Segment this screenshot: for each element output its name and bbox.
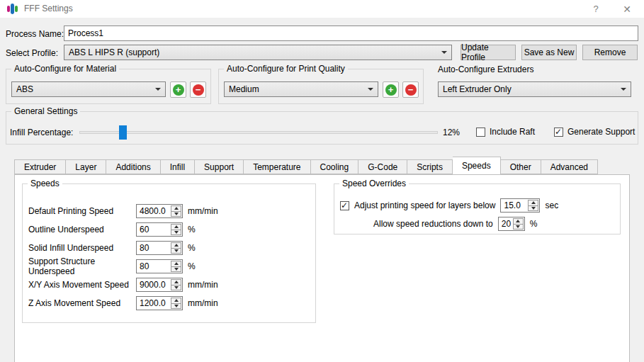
tab-speeds[interactable]: Speeds xyxy=(453,157,501,174)
allow-reductions-value[interactable]: 20 xyxy=(499,217,512,230)
outline-underspeed-row: Outline Underspeed 60 % xyxy=(23,222,315,237)
spin-down-icon[interactable] xyxy=(171,285,181,290)
remove-material-button[interactable]: − xyxy=(190,81,206,98)
outline-underspeed-spinbox[interactable]: 60 xyxy=(136,222,183,237)
spin-up-icon[interactable] xyxy=(171,298,181,304)
spin-down-icon[interactable] xyxy=(514,225,523,230)
general-settings-title: General Settings xyxy=(11,106,80,116)
app-logo-icon xyxy=(6,3,18,15)
support-structure-underspeed-spinbox[interactable]: 80 xyxy=(136,259,183,273)
speeds-rows: Default Printing Speed 4800.0 mm/min Out… xyxy=(23,204,315,310)
update-profile-button[interactable]: Update Profile xyxy=(461,45,516,60)
spin-down-icon[interactable] xyxy=(171,230,181,235)
generate-support-option[interactable]: Generate Support xyxy=(554,127,635,137)
xy-axis-movement-speed-unit: mm/min xyxy=(188,280,218,290)
tab-additions[interactable]: Additions xyxy=(106,159,160,174)
tab-temperature[interactable]: Temperature xyxy=(244,159,310,174)
spin-up-icon[interactable] xyxy=(171,280,181,285)
process-name-label: Process Name: xyxy=(6,29,64,39)
infill-percentage-label: Infill Percentage: xyxy=(10,128,73,137)
infill-slider-handle[interactable] xyxy=(119,125,127,140)
spin-up-icon[interactable] xyxy=(514,219,523,225)
material-selected-value: ABS xyxy=(16,84,151,94)
z-axis-movement-speed-value[interactable]: 1200.0 xyxy=(137,297,170,310)
spin-down-icon[interactable] xyxy=(171,304,181,309)
z-axis-movement-speed-label: Z Axis Movement Speed xyxy=(28,298,136,308)
infill-slider[interactable] xyxy=(79,125,438,140)
adjust-speed-unit: sec xyxy=(545,200,558,210)
tab-layer[interactable]: Layer xyxy=(66,159,106,174)
outline-underspeed-value[interactable]: 60 xyxy=(137,223,170,236)
tab-gcode[interactable]: G-Code xyxy=(358,159,407,174)
default-printing-speed-label: Default Printing Speed xyxy=(28,206,136,216)
allow-reductions-spinbox[interactable]: 20 xyxy=(498,217,525,231)
spin-down-icon[interactable] xyxy=(529,206,538,211)
save-as-new-button[interactable]: Save as New xyxy=(521,45,577,60)
remove-quality-button[interactable]: − xyxy=(402,81,419,98)
adjust-speed-checkbox[interactable] xyxy=(340,201,349,210)
tab-support[interactable]: Support xyxy=(195,159,244,174)
spin-up-icon[interactable] xyxy=(171,261,181,267)
adjust-speed-value[interactable]: 15.0 xyxy=(501,199,527,212)
spin-up-icon[interactable] xyxy=(171,225,181,230)
include-raft-label: Include Raft xyxy=(490,127,535,137)
adjust-speed-row: Adjust printing speed for layers below 1… xyxy=(340,198,558,213)
solid-infill-underspeed-label: Solid Infill Underspeed xyxy=(28,243,136,253)
z-axis-movement-speed-row: Z Axis Movement Speed 1200.0 mm/min xyxy=(23,296,315,310)
tab-cooling[interactable]: Cooling xyxy=(311,159,359,174)
add-material-button[interactable]: + xyxy=(170,81,186,98)
default-printing-speed-row: Default Printing Speed 4800.0 mm/min xyxy=(23,204,315,218)
auto-configure-material-title: Auto-Configure for Material xyxy=(11,64,119,74)
quality-selected-value: Medium xyxy=(229,84,363,94)
minus-icon: − xyxy=(193,84,204,96)
z-axis-movement-speed-spinbox[interactable]: 1200.0 xyxy=(136,296,183,310)
support-structure-underspeed-unit: % xyxy=(188,261,196,271)
adjust-speed-spinbox[interactable]: 15.0 xyxy=(500,198,540,213)
spin-up-icon[interactable] xyxy=(529,200,538,206)
generate-support-checkbox[interactable] xyxy=(554,128,563,137)
speeds-tab-pane: Speeds Default Printing Speed 4800.0 mm/… xyxy=(14,174,630,362)
include-raft-option[interactable]: Include Raft xyxy=(476,127,535,137)
material-select[interactable]: ABS xyxy=(11,81,166,97)
window-title: FFF Settings xyxy=(24,4,73,13)
z-axis-movement-speed-unit: mm/min xyxy=(188,298,218,308)
spin-down-icon[interactable] xyxy=(171,249,181,254)
spin-down-icon[interactable] xyxy=(171,267,181,272)
tab-extruder[interactable]: Extruder xyxy=(14,159,66,174)
auto-configure-quality-title: Auto-Configure for Print Quality xyxy=(224,64,348,74)
xy-axis-movement-speed-row: X/Y Axis Movement Speed 9000.0 mm/min xyxy=(23,278,315,292)
plus-icon: + xyxy=(173,84,184,96)
profile-select[interactable]: ABS L HIPS R (support) xyxy=(64,45,452,60)
remove-button[interactable]: Remove xyxy=(582,45,638,60)
minus-icon: − xyxy=(405,84,417,96)
include-raft-checkbox[interactable] xyxy=(476,128,485,137)
tab-advanced[interactable]: Advanced xyxy=(541,159,598,174)
speed-overrides-title: Speed Overrides xyxy=(339,179,409,188)
spin-up-icon[interactable] xyxy=(171,243,181,249)
xy-axis-movement-speed-value[interactable]: 9000.0 xyxy=(137,278,170,291)
extruders-select[interactable]: Left Extruder Only xyxy=(438,81,631,97)
support-structure-underspeed-row: Support Structure Underspeed 80 % xyxy=(23,259,315,273)
tab-infill[interactable]: Infill xyxy=(161,159,195,174)
support-structure-underspeed-value[interactable]: 80 xyxy=(137,260,170,273)
close-icon[interactable]: ✕ xyxy=(616,0,638,18)
tab-scripts[interactable]: Scripts xyxy=(407,159,453,174)
solid-infill-underspeed-row: Solid Infill Underspeed 80 % xyxy=(23,241,315,255)
quality-select[interactable]: Medium xyxy=(224,81,378,97)
chevron-down-icon xyxy=(441,51,447,54)
process-name-input[interactable] xyxy=(64,26,638,41)
tab-other[interactable]: Other xyxy=(501,159,541,174)
default-printing-speed-spinbox[interactable]: 4800.0 xyxy=(136,204,183,218)
infill-percentage-value: 12% xyxy=(443,128,460,137)
default-printing-speed-value[interactable]: 4800.0 xyxy=(137,205,170,217)
help-icon[interactable]: ? xyxy=(585,0,606,18)
solid-infill-underspeed-spinbox[interactable]: 80 xyxy=(136,241,183,255)
add-quality-button[interactable]: + xyxy=(383,81,399,98)
spin-up-icon[interactable] xyxy=(171,206,181,212)
solid-infill-underspeed-value[interactable]: 80 xyxy=(137,242,170,254)
chevron-down-icon xyxy=(621,88,626,91)
xy-axis-movement-speed-spinbox[interactable]: 9000.0 xyxy=(136,278,183,292)
spin-down-icon[interactable] xyxy=(171,212,181,217)
allow-reductions-unit: % xyxy=(530,219,538,229)
outline-underspeed-label: Outline Underspeed xyxy=(28,225,136,234)
